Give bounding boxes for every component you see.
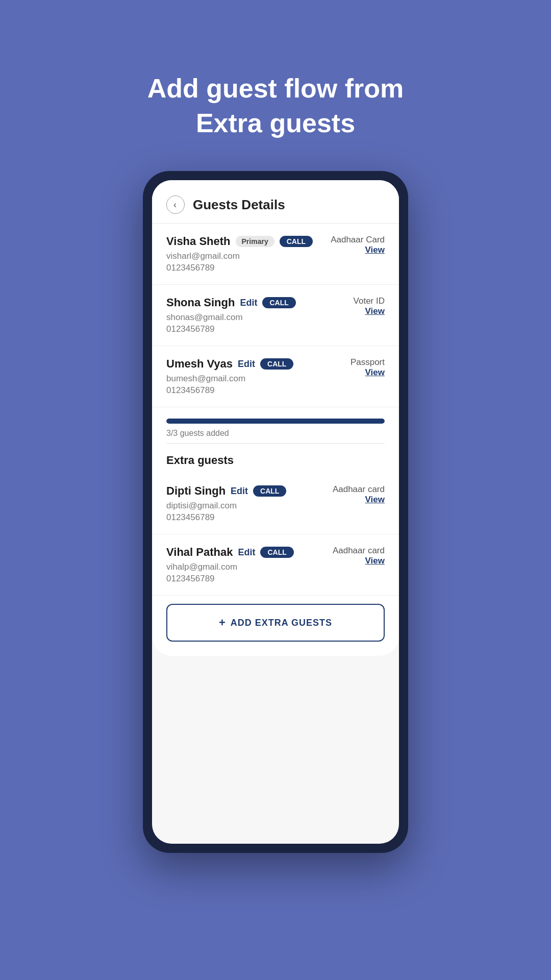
view-link[interactable]: View bbox=[365, 306, 385, 316]
progress-bar-fill bbox=[166, 419, 385, 424]
doc-type: Voter ID bbox=[354, 296, 385, 306]
guest-name: Visha Sheth bbox=[166, 235, 231, 248]
screen-header: ‹ Guests Details bbox=[152, 180, 399, 224]
guest-doc-info: Aadhaar card View bbox=[333, 484, 385, 505]
call-badge[interactable]: CALL bbox=[260, 358, 293, 370]
guest-email: bumesh@gmail.com bbox=[166, 374, 344, 384]
guest-phone: 0123456789 bbox=[166, 574, 327, 584]
back-button[interactable]: ‹ bbox=[166, 195, 185, 214]
guest-doc-info: Voter ID View bbox=[354, 296, 385, 316]
guest-name-row: Vihal Pathak Edit CALL bbox=[166, 546, 327, 559]
guest-email: vihalp@gmail.com bbox=[166, 562, 327, 572]
progress-section: 3/3 guests added bbox=[152, 407, 399, 443]
guest-row: Shona Singh Edit CALL shonas@gmail.com 0… bbox=[152, 285, 399, 346]
guest-left: Dipti Singh Edit CALL diptisi@gmail.com … bbox=[166, 484, 327, 523]
view-link[interactable]: View bbox=[365, 495, 385, 504]
phone-screen: ‹ Guests Details Visha Sheth Primary CAL… bbox=[152, 180, 399, 844]
page-title: Add guest flow from Extra guests bbox=[147, 71, 404, 140]
guest-row: Umesh Vyas Edit CALL bumesh@gmail.com 01… bbox=[152, 346, 399, 407]
guest-row: Visha Sheth Primary CALL visharl@gmail.c… bbox=[152, 224, 399, 285]
primary-badge: Primary bbox=[236, 236, 274, 247]
doc-type: Aadhaar card bbox=[333, 484, 385, 495]
guest-left: Shona Singh Edit CALL shonas@gmail.com 0… bbox=[166, 296, 347, 334]
guest-email: shonas@gmail.com bbox=[166, 312, 347, 323]
guest-doc-info: Aadhaar Card View bbox=[331, 235, 385, 255]
guest-email: visharl@gmail.com bbox=[166, 251, 324, 261]
doc-type: Aadhaar Card bbox=[331, 235, 385, 245]
plus-icon: + bbox=[219, 616, 226, 629]
call-badge[interactable]: CALL bbox=[253, 485, 286, 497]
guest-phone: 0123456789 bbox=[166, 324, 347, 334]
screen-title: Guests Details bbox=[193, 197, 285, 213]
view-link[interactable]: View bbox=[365, 556, 385, 566]
guest-name: Shona Singh bbox=[166, 296, 235, 309]
extra-guest-row: Dipti Singh Edit CALL diptisi@gmail.com … bbox=[152, 473, 399, 534]
extra-guests-label: Extra guests bbox=[152, 444, 399, 473]
guest-name-row: Shona Singh Edit CALL bbox=[166, 296, 347, 309]
add-extra-btn-label: ADD EXTRA GUESTS bbox=[231, 618, 332, 628]
extra-guest-row: Vihal Pathak Edit CALL vihalp@gmail.com … bbox=[152, 534, 399, 596]
progress-text: 3/3 guests added bbox=[166, 429, 385, 438]
guest-name: Dipti Singh bbox=[166, 484, 226, 498]
edit-link[interactable]: Edit bbox=[240, 298, 257, 308]
progress-bar-container bbox=[166, 419, 385, 424]
guest-left: Visha Sheth Primary CALL visharl@gmail.c… bbox=[166, 235, 324, 273]
guest-left: Vihal Pathak Edit CALL vihalp@gmail.com … bbox=[166, 546, 327, 584]
guest-doc-info: Passport View bbox=[350, 357, 385, 378]
doc-type: Aadhaar card bbox=[333, 546, 385, 556]
guest-name: Umesh Vyas bbox=[166, 357, 233, 371]
phone-mockup: ‹ Guests Details Visha Sheth Primary CAL… bbox=[143, 171, 408, 853]
call-badge[interactable]: CALL bbox=[280, 236, 313, 247]
guest-name: Vihal Pathak bbox=[166, 546, 233, 559]
guest-phone: 0123456789 bbox=[166, 263, 324, 273]
guest-phone: 0123456789 bbox=[166, 385, 344, 396]
view-link[interactable]: View bbox=[365, 245, 385, 255]
back-chevron-icon: ‹ bbox=[173, 200, 177, 209]
guest-name-row: Visha Sheth Primary CALL bbox=[166, 235, 324, 248]
guest-left: Umesh Vyas Edit CALL bumesh@gmail.com 01… bbox=[166, 357, 344, 396]
guest-doc-info: Aadhaar card View bbox=[333, 546, 385, 566]
guest-email: diptisi@gmail.com bbox=[166, 501, 327, 511]
call-badge[interactable]: CALL bbox=[260, 547, 293, 558]
edit-link[interactable]: Edit bbox=[231, 486, 248, 497]
guest-name-row: Umesh Vyas Edit CALL bbox=[166, 357, 344, 371]
guest-name-row: Dipti Singh Edit CALL bbox=[166, 484, 327, 498]
call-badge[interactable]: CALL bbox=[262, 297, 295, 308]
view-link[interactable]: View bbox=[365, 368, 385, 377]
doc-type: Passport bbox=[350, 357, 385, 368]
edit-link[interactable]: Edit bbox=[238, 547, 255, 558]
screen-content: ‹ Guests Details Visha Sheth Primary CAL… bbox=[152, 180, 399, 656]
page-header: Add guest flow from Extra guests bbox=[147, 71, 404, 140]
guest-phone: 0123456789 bbox=[166, 512, 327, 523]
edit-link[interactable]: Edit bbox=[238, 359, 255, 370]
add-extra-guests-button[interactable]: + ADD EXTRA GUESTS bbox=[166, 604, 385, 642]
